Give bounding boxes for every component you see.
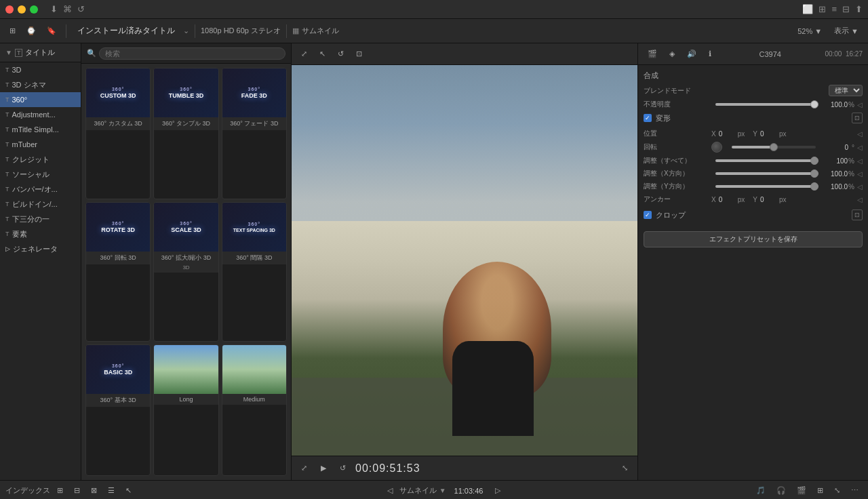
index-btn1[interactable]: ⊞ — [53, 484, 67, 497]
item-label: 下三分の一 — [12, 214, 50, 224]
opacity-reset[interactable]: ◁ — [857, 101, 863, 108]
adjust-all-slider[interactable] — [715, 159, 818, 162]
sidebar-item-3d[interactable]: T 3D — [0, 62, 81, 77]
toolbar-icon3[interactable]: 🔖 — [43, 24, 60, 37]
adjust-x-reset[interactable]: ◁ — [857, 170, 863, 178]
position-reset[interactable]: ◁ — [857, 130, 863, 138]
zoom-btn[interactable]: 52% ▼ — [793, 25, 826, 37]
transform-tool[interactable]: ⤢ — [297, 47, 311, 60]
sidebar-item-bumper[interactable]: T バンパー/オ... — [0, 182, 81, 197]
title-card-textspacing3d[interactable]: 360° TEXT SPACING 3D 360° 間隔 3D — [222, 202, 287, 342]
title-card-basic3d[interactable]: 360° BASIC 3D 360° 基本 3D — [85, 344, 151, 476]
expand-btn[interactable]: ⤡ — [618, 462, 632, 475]
item-icon: T — [5, 96, 9, 103]
rotate-tool[interactable]: ↺ — [334, 47, 348, 60]
adjust-y-unit: % — [848, 183, 854, 191]
search-input[interactable] — [99, 47, 285, 60]
title-label: Long — [154, 394, 218, 405]
expand2-btn[interactable]: ⤡ — [830, 484, 844, 497]
sidebar-item-mtuber[interactable]: T mTuber — [0, 137, 81, 152]
title-card-medium[interactable]: Medium — [222, 344, 287, 476]
sidebar-item-elements[interactable]: T 要素 — [0, 226, 81, 241]
title-card-scale3d[interactable]: 360° SCALE 3D 360° 拡大/縮小 3D 3D — [153, 202, 218, 342]
grid-icon[interactable]: ⊞ — [818, 4, 826, 14]
inspector-header: 🎬 ◈ 🔊 ℹ C3974 00:00 16:27 — [638, 43, 868, 65]
title-card-custom3d[interactable]: 360° CUSTOM 3D 360° カスタム 3D — [85, 68, 151, 199]
toolbar-icon2[interactable]: ⌚ — [22, 24, 40, 37]
timeline-timecode: 11:03:46 — [454, 487, 484, 495]
clip-btn[interactable]: 🎬 — [793, 484, 810, 497]
title-card-fade3d[interactable]: 360° FADE 3D 360° フェード 3D — [222, 68, 287, 199]
adjust-y-slider[interactable] — [715, 185, 818, 188]
index-btn5[interactable]: ↖ — [121, 484, 136, 497]
left-panel-header: ▼ T タイトル — [0, 43, 81, 62]
sidebar-item-mtitle[interactable]: T mTitle Simpl... — [0, 122, 81, 137]
display-btn[interactable]: 表示 ▼ — [830, 24, 863, 38]
sidebar-item-buildin[interactable]: T ビルドイン/... — [0, 197, 81, 212]
sidebar-item-social[interactable]: T ソーシャル — [0, 167, 81, 182]
key-icon[interactable]: ⌘ — [63, 4, 72, 14]
sidebar-item-3d-cinema[interactable]: T 3D シネマ — [0, 77, 81, 92]
crop-checkbox[interactable]: ✓ — [644, 211, 652, 219]
index-btn2[interactable]: ⊟ — [70, 484, 84, 497]
history-icon[interactable]: ↺ — [77, 4, 85, 14]
inspector-info-btn[interactable]: ℹ — [705, 47, 715, 60]
title-card-tumble3d[interactable]: 360° TUMBLE 3D 360° タンブル 3D — [153, 68, 218, 199]
sidebar-item-generator[interactable]: ▷ ジェネレータ — [0, 241, 81, 256]
playback-btn[interactable]: ▶ — [317, 462, 330, 475]
title-card-long[interactable]: Long — [153, 344, 218, 476]
download-icon[interactable]: ⬇ — [50, 4, 58, 14]
inspector-video-btn[interactable]: 🎬 — [644, 47, 661, 60]
sidebar-item-adjustment[interactable]: T Adjustment... — [0, 107, 81, 122]
audio-btn[interactable]: 🎵 — [752, 484, 770, 497]
adjust-all-reset[interactable]: ◁ — [857, 157, 863, 165]
index-btn4[interactable]: ☰ — [104, 484, 119, 497]
transform-checkbox[interactable]: ✓ — [644, 114, 652, 122]
opacity-slider[interactable] — [715, 103, 818, 106]
minimize-button[interactable] — [18, 5, 26, 14]
adjust-y-reset[interactable]: ◁ — [857, 183, 863, 191]
crop-controls-btn[interactable]: ⤢ — [297, 462, 311, 475]
close-button[interactable] — [5, 5, 14, 14]
sidebar-item-lowerthird[interactable]: T 下三分の一 — [0, 212, 81, 226]
rotation-reset[interactable]: ◁ — [857, 144, 863, 151]
sidebar-item-credit[interactable]: T クレジット — [0, 152, 81, 167]
rotation-slider[interactable] — [732, 146, 816, 148]
anchor-reset[interactable]: ◁ — [857, 196, 863, 203]
thumbnail-icon: ▦ — [292, 26, 299, 35]
toolbar-icon1[interactable]: ⊞ — [5, 24, 20, 37]
headphone-btn[interactable]: 🎧 — [772, 484, 790, 497]
prev-btn[interactable]: ◁ — [383, 484, 397, 497]
maximize-button[interactable] — [30, 5, 38, 14]
panel-icon[interactable]: ⊟ — [842, 4, 850, 14]
effect-preset-btn[interactable]: エフェクトプリセットを保存 — [644, 231, 863, 247]
title-label: Medium — [222, 394, 286, 405]
inspector-audio-btn[interactable]: 🔊 — [683, 47, 701, 60]
adjust-all-unit: % — [848, 157, 854, 165]
title-label: 360° カスタム 3D — [86, 117, 150, 130]
grid2-btn[interactable]: ⊞ — [813, 484, 827, 497]
next-btn[interactable]: ▷ — [491, 484, 505, 497]
rotation-knob[interactable] — [711, 142, 722, 153]
list-icon[interactable]: ≡ — [831, 4, 837, 14]
adjust-x-slider[interactable] — [715, 172, 818, 175]
inspector-filter-btn[interactable]: ◈ — [665, 47, 679, 60]
item-label: ソーシャル — [12, 169, 50, 180]
title-thumb: 360° TUMBLE 3D — [154, 68, 218, 117]
anchor-y-value: 0 — [760, 196, 776, 203]
preview-panel: ⤢ ↖ ↺ ⊡ ⤢ ▶ ↺ 00:09:51:53 ⤡ — [292, 43, 637, 480]
share-icon[interactable]: ⬆ — [855, 4, 863, 14]
blend-mode-select[interactable]: 標準 — [829, 85, 863, 96]
loop-btn[interactable]: ↺ — [336, 462, 350, 475]
sidebar-item-360[interactable]: T 360° — [0, 92, 81, 107]
transform-expand[interactable]: ⊡ — [852, 113, 863, 123]
title-card-rotate3d[interactable]: 360° ROTATE 3D 360° 回転 3D — [85, 202, 151, 342]
item-icon: T — [5, 216, 9, 222]
crop-tool[interactable]: ⊡ — [352, 47, 366, 60]
more-btn[interactable]: ⋯ — [847, 484, 863, 497]
crop-expand[interactable]: ⊡ — [852, 209, 863, 220]
monitor-icon[interactable]: ⬜ — [802, 4, 813, 14]
select-tool[interactable]: ↖ — [315, 47, 330, 60]
index-btn3[interactable]: ⊠ — [87, 484, 101, 497]
traffic-lights — [5, 5, 38, 14]
